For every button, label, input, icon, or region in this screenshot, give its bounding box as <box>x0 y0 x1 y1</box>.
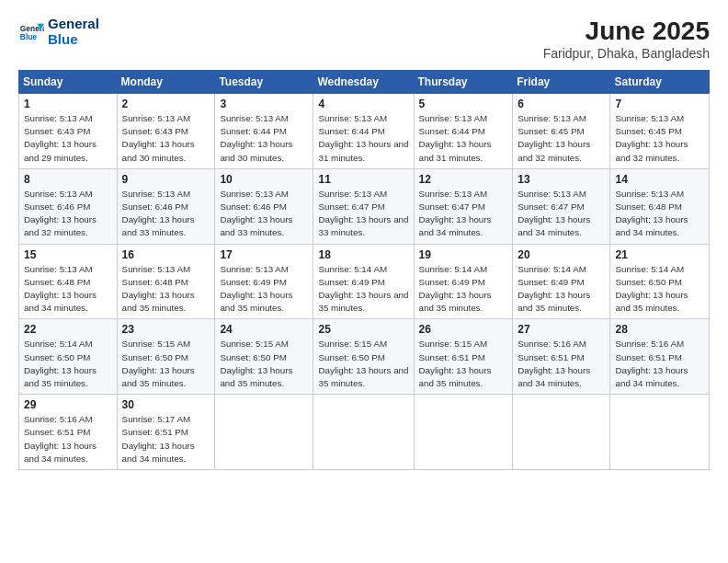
table-row <box>215 395 313 470</box>
day-number: 20 <box>518 248 605 261</box>
table-row: 13 Sunrise: 5:13 AM Sunset: 6:47 PM Dayl… <box>513 168 610 244</box>
daylight-label: Daylight: 13 hours and 34 minutes. <box>615 214 688 237</box>
daylight-label: Daylight: 13 hours and 32 minutes. <box>518 139 590 162</box>
table-row: 6 Sunrise: 5:13 AM Sunset: 6:45 PM Dayli… <box>513 94 610 169</box>
day-info: Sunrise: 5:14 AM Sunset: 6:49 PM Dayligh… <box>419 263 508 316</box>
sunrise-label: Sunrise: 5:13 AM <box>518 113 586 123</box>
day-number: 27 <box>518 323 605 336</box>
day-info: Sunrise: 5:13 AM Sunset: 6:46 PM Dayligh… <box>220 188 308 240</box>
table-row: 26 Sunrise: 5:15 AM Sunset: 6:51 PM Dayl… <box>414 319 513 395</box>
daylight-label: Daylight: 13 hours and 35 minutes. <box>122 290 195 313</box>
table-row <box>610 395 710 470</box>
calendar-row-1: 8 Sunrise: 5:13 AM Sunset: 6:46 PM Dayli… <box>19 168 710 244</box>
day-number: 2 <box>122 98 210 110</box>
day-number: 12 <box>419 173 508 186</box>
day-info: Sunrise: 5:14 AM Sunset: 6:50 PM Dayligh… <box>615 263 704 316</box>
sunrise-label: Sunrise: 5:13 AM <box>122 113 191 123</box>
day-number: 18 <box>318 248 408 261</box>
sunrise-label: Sunrise: 5:13 AM <box>24 189 93 199</box>
day-number: 28 <box>615 323 704 336</box>
sunset-label: Sunset: 6:49 PM <box>220 277 286 287</box>
daylight-label: Daylight: 13 hours and 35 minutes. <box>122 365 195 388</box>
sunrise-label: Sunrise: 5:16 AM <box>615 339 684 349</box>
table-row: 24 Sunrise: 5:15 AM Sunset: 6:50 PM Dayl… <box>215 319 313 395</box>
day-info: Sunrise: 5:13 AM Sunset: 6:48 PM Dayligh… <box>122 263 210 316</box>
table-row: 2 Sunrise: 5:13 AM Sunset: 6:43 PM Dayli… <box>117 94 215 169</box>
sunrise-label: Sunrise: 5:13 AM <box>318 189 387 199</box>
sunset-label: Sunset: 6:49 PM <box>518 277 584 287</box>
sunrise-label: Sunrise: 5:13 AM <box>419 189 488 199</box>
daylight-label: Daylight: 13 hours and 35 minutes. <box>518 290 590 313</box>
day-number: 15 <box>24 248 112 261</box>
sunset-label: Sunset: 6:46 PM <box>24 201 90 212</box>
header: General Blue GeneralBlue June 2025 Farid… <box>18 17 710 61</box>
sunset-label: Sunset: 6:51 PM <box>615 352 681 362</box>
sunset-label: Sunset: 6:48 PM <box>24 277 90 287</box>
day-info: Sunrise: 5:13 AM Sunset: 6:48 PM Dayligh… <box>615 188 704 240</box>
daylight-label: Daylight: 13 hours and 35 minutes. <box>318 365 408 388</box>
col-saturday: Saturday <box>610 71 710 94</box>
sunset-label: Sunset: 6:44 PM <box>318 126 384 136</box>
table-row: 25 Sunrise: 5:15 AM Sunset: 6:50 PM Dayl… <box>313 319 414 395</box>
sunset-label: Sunset: 6:50 PM <box>24 352 90 362</box>
logo: General Blue GeneralBlue <box>18 17 99 47</box>
sunrise-label: Sunrise: 5:13 AM <box>615 189 684 199</box>
day-number: 17 <box>220 248 308 261</box>
sunrise-label: Sunrise: 5:16 AM <box>24 414 93 424</box>
day-info: Sunrise: 5:13 AM Sunset: 6:43 PM Dayligh… <box>122 112 210 165</box>
sunrise-label: Sunrise: 5:13 AM <box>220 264 289 274</box>
sunrise-label: Sunrise: 5:13 AM <box>220 113 289 123</box>
day-number: 5 <box>419 98 508 110</box>
day-number: 24 <box>220 323 308 336</box>
page: General Blue GeneralBlue June 2025 Farid… <box>0 0 728 563</box>
day-number: 14 <box>615 173 704 186</box>
table-row: 8 Sunrise: 5:13 AM Sunset: 6:46 PM Dayli… <box>19 168 118 244</box>
sunset-label: Sunset: 6:49 PM <box>419 277 485 287</box>
sunrise-label: Sunrise: 5:14 AM <box>615 264 684 274</box>
table-row: 22 Sunrise: 5:14 AM Sunset: 6:50 PM Dayl… <box>19 319 118 395</box>
table-row: 12 Sunrise: 5:13 AM Sunset: 6:47 PM Dayl… <box>414 168 513 244</box>
day-info: Sunrise: 5:13 AM Sunset: 6:46 PM Dayligh… <box>122 188 210 240</box>
day-info: Sunrise: 5:13 AM Sunset: 6:44 PM Dayligh… <box>220 112 308 165</box>
day-number: 7 <box>615 98 704 110</box>
sunset-label: Sunset: 6:51 PM <box>518 352 584 362</box>
daylight-label: Daylight: 13 hours and 35 minutes. <box>220 365 292 388</box>
sunset-label: Sunset: 6:43 PM <box>122 126 188 136</box>
day-number: 9 <box>122 173 210 186</box>
daylight-label: Daylight: 13 hours and 34 minutes. <box>24 441 97 464</box>
table-row <box>414 395 513 470</box>
sunrise-label: Sunrise: 5:13 AM <box>220 189 289 199</box>
daylight-label: Daylight: 13 hours and 35 minutes. <box>419 290 492 313</box>
day-info: Sunrise: 5:17 AM Sunset: 6:51 PM Dayligh… <box>122 413 210 465</box>
sunset-label: Sunset: 6:49 PM <box>318 277 384 287</box>
daylight-label: Daylight: 13 hours and 34 minutes. <box>122 441 195 464</box>
day-number: 4 <box>318 98 408 110</box>
col-tuesday: Tuesday <box>215 71 313 94</box>
table-row <box>513 395 610 470</box>
day-info: Sunrise: 5:13 AM Sunset: 6:44 PM Dayligh… <box>419 112 508 165</box>
col-sunday: Sunday <box>19 71 118 94</box>
daylight-label: Daylight: 13 hours and 32 minutes. <box>24 214 97 237</box>
sunset-label: Sunset: 6:51 PM <box>122 427 188 437</box>
calendar-row-2: 15 Sunrise: 5:13 AM Sunset: 6:48 PM Dayl… <box>19 244 710 319</box>
day-number: 10 <box>220 173 308 186</box>
sunset-label: Sunset: 6:44 PM <box>419 126 485 136</box>
table-row: 23 Sunrise: 5:15 AM Sunset: 6:50 PM Dayl… <box>117 319 215 395</box>
title-block: June 2025 Faridpur, Dhaka, Bangladesh <box>543 17 710 61</box>
daylight-label: Daylight: 13 hours and 29 minutes. <box>24 139 97 162</box>
daylight-label: Daylight: 13 hours and 34 minutes. <box>518 214 590 237</box>
table-row: 7 Sunrise: 5:13 AM Sunset: 6:45 PM Dayli… <box>610 94 710 169</box>
month-title: June 2025 <box>543 17 710 46</box>
calendar-row-0: 1 Sunrise: 5:13 AM Sunset: 6:43 PM Dayli… <box>19 94 710 169</box>
day-info: Sunrise: 5:14 AM Sunset: 6:49 PM Dayligh… <box>518 263 605 316</box>
sunrise-label: Sunrise: 5:13 AM <box>24 113 93 123</box>
calendar-row-3: 22 Sunrise: 5:14 AM Sunset: 6:50 PM Dayl… <box>19 319 710 395</box>
sunrise-label: Sunrise: 5:15 AM <box>122 339 191 349</box>
table-row: 28 Sunrise: 5:16 AM Sunset: 6:51 PM Dayl… <box>610 319 710 395</box>
calendar-table: Sunday Monday Tuesday Wednesday Thursday… <box>18 70 710 470</box>
day-info: Sunrise: 5:15 AM Sunset: 6:50 PM Dayligh… <box>122 338 210 390</box>
col-thursday: Thursday <box>414 71 513 94</box>
table-row: 1 Sunrise: 5:13 AM Sunset: 6:43 PM Dayli… <box>19 94 118 169</box>
day-info: Sunrise: 5:13 AM Sunset: 6:47 PM Dayligh… <box>419 188 508 240</box>
day-info: Sunrise: 5:13 AM Sunset: 6:45 PM Dayligh… <box>518 112 605 165</box>
